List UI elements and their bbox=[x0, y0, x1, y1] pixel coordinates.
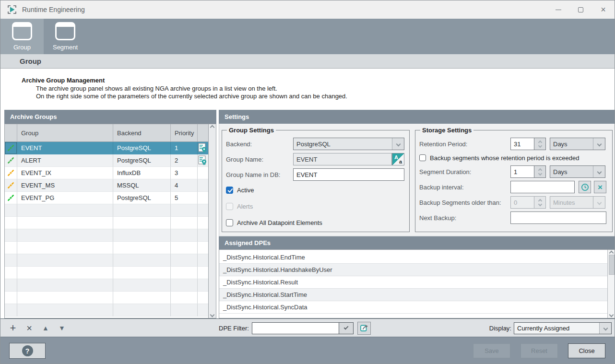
column-header-status[interactable] bbox=[5, 124, 17, 141]
open-dpe-selector-button[interactable] bbox=[357, 322, 371, 335]
segment-duration-unit-value: Days bbox=[550, 166, 593, 177]
chevron-down-icon bbox=[599, 323, 611, 334]
display-dropdown[interactable]: Currently Assigned bbox=[514, 322, 612, 334]
assigned-dpes-scrollbar[interactable] bbox=[607, 250, 615, 318]
clear-backup-interval-button[interactable]: × bbox=[594, 181, 606, 193]
status-cell bbox=[5, 192, 17, 204]
dpe-filter-input[interactable] bbox=[252, 322, 339, 334]
backup-interval-label: Backup interval: bbox=[419, 184, 510, 191]
maximize-button[interactable] bbox=[569, 0, 592, 19]
archive-all-dpes-checkbox[interactable] bbox=[226, 219, 233, 226]
chevron-down-icon bbox=[392, 138, 404, 150]
stats-cell bbox=[198, 167, 208, 179]
segment-duration-label: Segment Duration: bbox=[419, 168, 510, 176]
table-empty-row bbox=[5, 279, 208, 292]
group-name-db-input[interactable]: EVENT bbox=[293, 168, 404, 181]
priority-cell: 5 bbox=[171, 192, 198, 204]
statistics-report-icon[interactable] bbox=[198, 155, 207, 165]
add-group-button[interactable]: + bbox=[7, 321, 19, 335]
chevron-down-icon bbox=[593, 138, 605, 150]
display-label: Display: bbox=[489, 325, 511, 332]
export-arrow-icon bbox=[360, 324, 368, 332]
checkmark-icon bbox=[343, 325, 348, 330]
apply-filter-button[interactable] bbox=[339, 322, 354, 334]
table-row-alert[interactable]: ALERT PostgreSQL 2 bbox=[5, 154, 208, 167]
dpe-list-item[interactable]: _DistSync.Historical.SyncData bbox=[219, 301, 607, 314]
display-group: Display: Currently Assigned bbox=[489, 319, 612, 337]
backup-interval-input[interactable] bbox=[510, 181, 575, 193]
dpe-list-item[interactable]: _DistSync.Historical.EndTime bbox=[219, 251, 607, 264]
clock-icon bbox=[581, 183, 589, 191]
assigned-dpes-list: _DistSync.Historical.EndTime _DistSync.H… bbox=[219, 249, 615, 318]
runtime-engineering-window: Runtime Engineering × Group Segment Grou… bbox=[0, 0, 615, 364]
storage-settings-legend: Storage Settings bbox=[420, 127, 473, 134]
spinner-arrows-icon[interactable] bbox=[534, 138, 545, 150]
toolbar-item-segment[interactable]: Segment bbox=[44, 19, 87, 54]
column-header-group[interactable]: Group bbox=[17, 124, 113, 141]
description-line-1: The archive group panel shows all existi… bbox=[22, 85, 615, 93]
group-cell: EVENT_MS bbox=[17, 179, 113, 192]
dpe-list-item[interactable]: _DistSync.Historical.Result bbox=[219, 276, 607, 289]
column-header-stats[interactable] bbox=[198, 124, 208, 141]
description-line-2: On the right side some of the parameters… bbox=[22, 93, 615, 100]
scroll-down-icon[interactable] bbox=[609, 313, 614, 317]
status-cell bbox=[5, 142, 17, 154]
table-empty-row bbox=[5, 292, 208, 304]
archive-groups-title: Archive Groups bbox=[10, 113, 57, 120]
archive-groups-scrollbar[interactable] bbox=[208, 124, 216, 318]
delete-icon: × bbox=[26, 323, 32, 334]
column-header-priority[interactable]: Priority bbox=[171, 124, 198, 141]
toolbar-item-group[interactable]: Group bbox=[0, 19, 44, 54]
next-backup-input[interactable] bbox=[510, 211, 606, 224]
statistics-report-icon[interactable] bbox=[198, 143, 207, 153]
scroll-thumb[interactable] bbox=[609, 255, 615, 275]
status-cell bbox=[5, 179, 17, 192]
close-button[interactable]: Close bbox=[568, 343, 605, 358]
priority-cell: 4 bbox=[171, 179, 198, 192]
dpe-list-item[interactable]: _DistSync.Historical.HandshakeByUser bbox=[219, 264, 607, 276]
backup-exceeded-checkbox[interactable] bbox=[419, 154, 426, 161]
window-title: Runtime Engineering bbox=[22, 6, 85, 13]
table-empty-row bbox=[5, 304, 208, 317]
dpe-list-item[interactable]: _DistSync.Historical.StartTime bbox=[219, 289, 607, 301]
title-bar[interactable]: Runtime Engineering × bbox=[0, 0, 615, 19]
segment-duration-unit-dropdown[interactable]: Days bbox=[550, 165, 605, 178]
spinner-arrows-icon[interactable] bbox=[534, 166, 545, 177]
backup-older-unit-dropdown: Minutes bbox=[550, 196, 605, 209]
close-window-button[interactable]: × bbox=[592, 0, 615, 19]
scroll-up-icon[interactable] bbox=[210, 125, 215, 130]
archive-all-dpes-label: Archive All Datapoint Elements bbox=[237, 219, 322, 226]
move-down-button[interactable]: ▼ bbox=[56, 321, 68, 335]
table-row-event-ix[interactable]: EVENT_IX InfluxDB 3 bbox=[5, 167, 208, 179]
group-cell: EVENT_IX bbox=[17, 167, 113, 179]
column-header-backend[interactable]: Backend bbox=[113, 124, 171, 141]
status-connected-icon bbox=[7, 194, 15, 202]
time-picker-button[interactable] bbox=[579, 181, 591, 193]
segment-duration-spinbox[interactable]: 1 bbox=[510, 165, 546, 178]
group-cell: EVENT_PG bbox=[17, 192, 113, 204]
group-name-input[interactable]: EVENT bbox=[293, 153, 392, 165]
move-up-button[interactable]: ▲ bbox=[40, 321, 51, 335]
table-empty-row bbox=[5, 267, 208, 279]
table-row-event-pg[interactable]: EVENT_PG PostgreSQL 5 bbox=[5, 192, 208, 204]
archive-groups-header: Archive Groups bbox=[4, 110, 216, 124]
backend-dropdown[interactable]: PostgreSQL bbox=[293, 138, 404, 150]
storage-settings-fieldset: Storage Settings Retention Period: 31 Da… bbox=[415, 127, 613, 232]
minimize-button[interactable] bbox=[547, 0, 569, 19]
table-row-event[interactable]: EVENT PostgreSQL 1 bbox=[5, 142, 208, 154]
delete-group-button[interactable]: × bbox=[24, 321, 35, 335]
translate-button[interactable]: A a bbox=[392, 153, 404, 165]
scroll-down-icon[interactable] bbox=[210, 313, 215, 317]
translate-icon: A bbox=[394, 154, 398, 160]
active-checkbox[interactable] bbox=[226, 187, 233, 194]
help-button[interactable]: ? bbox=[9, 343, 46, 359]
section-title: Group bbox=[20, 57, 41, 65]
display-value: Currently Assigned bbox=[514, 323, 599, 334]
status-cell bbox=[5, 167, 17, 179]
backend-cell: InfluxDB bbox=[113, 167, 171, 179]
settings-panel: Settings Group Settings Backend: Postgre… bbox=[219, 110, 615, 318]
dpe-filter-label: DPE Filter: bbox=[219, 325, 249, 332]
retention-unit-dropdown[interactable]: Days bbox=[550, 138, 605, 150]
table-row-event-ms[interactable]: EVENT_MS MSSQL 4 bbox=[5, 179, 208, 192]
retention-period-spinbox[interactable]: 31 bbox=[510, 138, 546, 150]
